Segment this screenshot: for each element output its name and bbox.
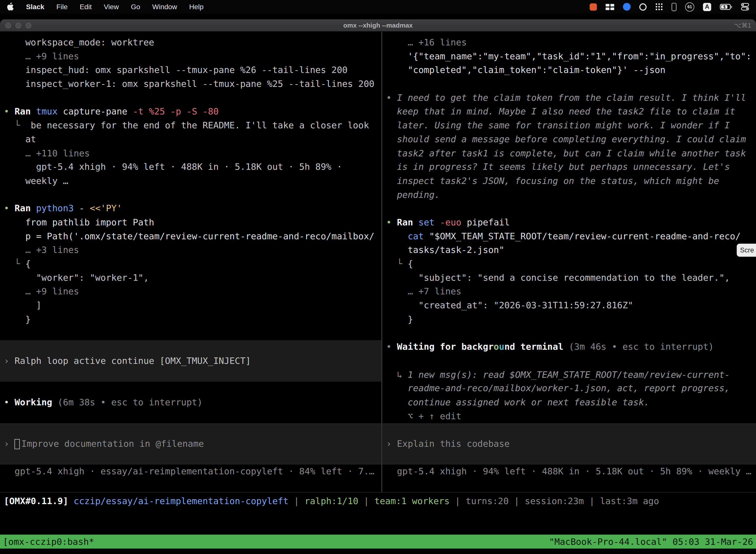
terminal-text-segment: "worker": "worker-1", <box>4 273 149 283</box>
dots-grid-icon[interactable] <box>655 3 663 11</box>
menu-edit[interactable]: Edit <box>80 3 92 11</box>
menu-app-name[interactable]: Slack <box>26 3 44 11</box>
terminal-text-segment: nd terminal <box>504 342 569 352</box>
terminal-line: inspect task2's JSON, focusing on the st… <box>386 174 756 188</box>
terminal-line: └ be necessary for the end of the README… <box>4 119 381 132</box>
tmux-session-window: [omx-cczip0:bash* <box>3 537 94 547</box>
close-button[interactable] <box>5 22 11 28</box>
screen-recording-stop-icon[interactable] <box>589 3 597 10</box>
terminal-text-segment: Waiting for backgr <box>397 342 494 352</box>
menu-go[interactable]: Go <box>131 3 140 11</box>
display-mirroring-icon[interactable] <box>672 3 676 11</box>
terminal-text-segment: • <box>386 93 397 103</box>
terminal-line: • Ran set -euo pipefail <box>386 216 756 230</box>
terminal-line: … +7 lines <box>386 285 756 299</box>
screen-share-tooltip: Scre <box>737 244 756 257</box>
terminal-line: workspace_mode: worktree <box>4 36 381 50</box>
tmux-host-clock: "MacBook-Pro-44.local" 05:03 31-Mar-26 <box>549 537 753 547</box>
terminal-text-segment: turns:20 <box>466 496 509 506</box>
terminal-line: └ { <box>386 257 756 271</box>
terminal-line: } <box>386 313 756 326</box>
terminal-text-segment: } <box>386 314 413 324</box>
terminal-line: • Waiting for background terminal (3m 46… <box>386 340 756 354</box>
terminal-text-segment: • <box>4 107 15 117</box>
terminal-line <box>4 382 381 396</box>
terminal-text-segment: inspect task2's JSON, focusing on the st… <box>386 175 719 186</box>
window-title: omx --xhigh --madmax <box>0 21 756 29</box>
terminal-line: at <box>4 132 381 147</box>
terminal-text-segment: cczip/essay/ai-reimplementation-copyleft <box>74 496 289 506</box>
terminal-line: • I need to get the claim token from the… <box>386 91 756 105</box>
battery-charging-icon[interactable] <box>720 4 733 10</box>
prompt-box[interactable]: › Improve documentation in @filename <box>0 423 381 465</box>
terminal-line: "completed","claim_token":"claim-token"}… <box>386 63 756 77</box>
terminal-text-segment: | <box>450 496 466 506</box>
terminal-text-segment: | <box>359 496 375 506</box>
terminal-text-segment: at <box>4 134 36 144</box>
terminal-window: omx --xhigh --madmax ⌥⌘1 workspace_mode:… <box>0 19 756 554</box>
terminal-line: [OMX#0.11.9] cczip/essay/ai-reimplementa… <box>4 494 756 508</box>
terminal-text-segment: u <box>499 342 504 352</box>
terminal-line: "created_at": "2026-03-31T11:59:27.816Z" <box>386 298 756 313</box>
terminal-line: … +16 lines <box>386 36 756 50</box>
terminal-text-segment: └ <box>4 120 25 130</box>
zoom-button[interactable] <box>25 22 31 28</box>
terminal-text-segment: (3m 46s • esc to interrupt) <box>569 342 714 352</box>
menu-file[interactable]: File <box>56 3 67 11</box>
tmux-pane-left[interactable]: workspace_mode: worktree … +9 lines insp… <box>0 32 381 492</box>
terminal-text-segment: pipefail <box>467 217 510 227</box>
terminal-text-segment: weekly … <box>4 175 68 186</box>
menu-help[interactable]: Help <box>189 3 204 11</box>
terminal-text-segment: team:1 workers <box>375 496 450 506</box>
window-titlebar[interactable]: omx --xhigh --madmax ⌥⌘1 <box>0 19 756 32</box>
terminal-text-segment: workspace_mode: worktree <box>4 37 154 47</box>
terminal-line: … +110 lines <box>4 147 381 160</box>
terminal-line <box>4 188 381 202</box>
terminal-line: readme-and-reco/mailbox/worker-1.json, a… <box>386 382 756 396</box>
terminal-text-segment: Ran <box>15 107 36 117</box>
terminal-line: • Ran tmux capture-pane -t %25 -p -S -80 <box>4 105 381 119</box>
terminal-text-segment: ] <box>4 300 42 310</box>
terminal-line: tasks/task-2.json" <box>386 243 756 257</box>
terminal-text-segment: - <box>79 203 90 214</box>
terminal-text-segment: task2 after task1 is complete, but can I… <box>386 148 746 158</box>
terminal-line: • Ran python3 - <<'PY' <box>4 202 381 216</box>
terminal-text-segment: inspect_hud: omx sparkshell --tmux-pane … <box>4 65 348 75</box>
window-grid-icon[interactable] <box>606 4 614 10</box>
terminal-line: continue assigned work or next feasible … <box>386 396 756 409</box>
terminal-text-segment: Ran <box>397 217 419 227</box>
blue-app-icon[interactable] <box>623 3 630 11</box>
terminal-text-segment: … +9 lines <box>4 286 79 296</box>
terminal-text-segment: ⌥ + ↑ edit <box>386 411 461 421</box>
terminal-text-segment: should send a message before completing … <box>386 134 746 144</box>
terminal-text-segment: session:23m <box>525 496 584 506</box>
tmux-pane-right[interactable]: … +16 lines '{"team_name":"my-team","tas… <box>382 32 756 492</box>
terminal-line: … +9 lines <box>4 285 381 299</box>
menu-view[interactable]: View <box>104 3 119 11</box>
terminal-text-segment: └ <box>4 259 25 269</box>
terminal-text-segment: Working <box>15 397 58 407</box>
terminal-text-segment: ralph:1/10 <box>305 496 359 506</box>
terminal-text-segment: … +110 lines <box>4 148 90 158</box>
terminal-text-segment: "subject": "send a concise recommendatio… <box>386 273 730 283</box>
minimize-button[interactable] <box>15 22 21 28</box>
terminal-text-segment: tasks/task-2.json" <box>386 245 504 255</box>
prompt-box[interactable]: › Ralph loop active continue [OMX_TMUX_I… <box>0 340 381 382</box>
control-center-icon[interactable] <box>741 3 749 11</box>
circle-app-icon[interactable] <box>639 3 647 10</box>
terminal-text-segment: I need to get the claim token from the c… <box>397 93 746 103</box>
prompt-box[interactable]: › Explain this codebase <box>382 423 756 465</box>
battery-gauge-icon[interactable]: 61 <box>685 2 694 11</box>
terminal-text-segment: … +9 lines <box>4 51 79 61</box>
input-source-icon[interactable]: A <box>703 3 711 11</box>
terminal-line: later. Using the same for transition mig… <box>386 119 756 132</box>
terminal-text-segment: | <box>584 496 600 506</box>
input-source-label: A <box>705 3 709 10</box>
terminal-text-segment: | <box>509 496 525 506</box>
terminal-text-segment: Ran <box>15 203 36 214</box>
terminal-text-segment: -euo <box>440 217 467 227</box>
apple-menu-icon[interactable] <box>7 2 14 11</box>
terminal-text-segment: %25 <box>149 107 170 117</box>
terminal-text-segment: keep that in mind. Maybe I also need the… <box>386 107 735 117</box>
menu-window[interactable]: Window <box>152 3 177 11</box>
